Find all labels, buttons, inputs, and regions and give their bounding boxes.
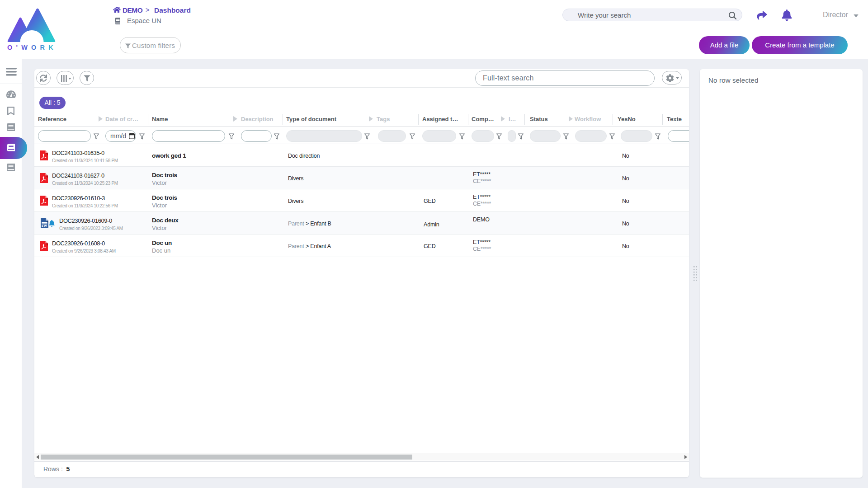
svg-text:O'WORK: O'WORK <box>7 44 57 51</box>
